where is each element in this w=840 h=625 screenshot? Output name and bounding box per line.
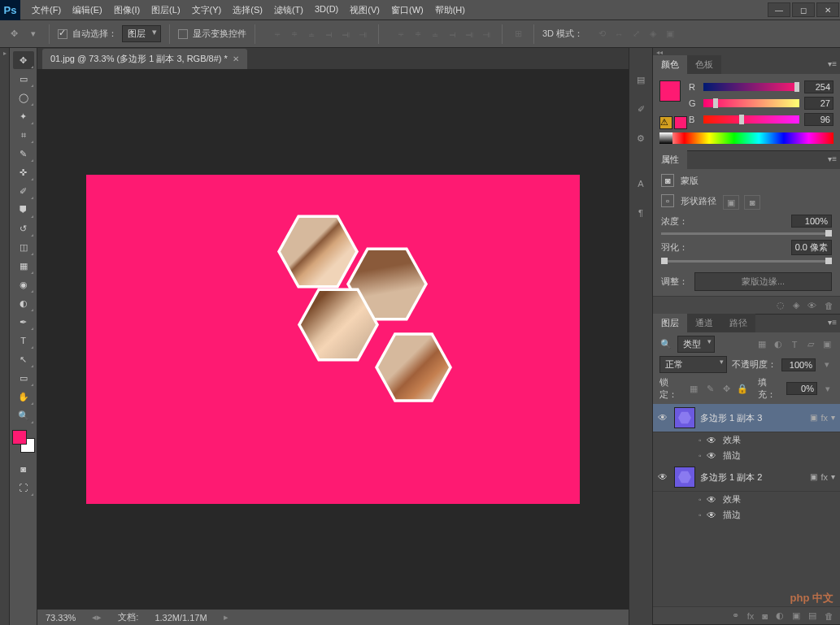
align-left-icon[interactable]: ⫤ bbox=[321, 27, 336, 41]
group-icon[interactable]: ▣ bbox=[792, 610, 800, 621]
mask-btn-2[interactable]: ◙ bbox=[744, 195, 760, 210]
orbit-icon[interactable]: ⟲ bbox=[594, 27, 609, 41]
camera-icon[interactable]: ▣ bbox=[663, 27, 677, 41]
link-layers-icon[interactable]: ⚭ bbox=[732, 610, 739, 621]
align-top-icon[interactable]: ⫧ bbox=[270, 27, 285, 41]
histogram-icon[interactable]: ▤ bbox=[632, 71, 650, 89]
panel-menu-icon[interactable]: ▾≡ bbox=[828, 59, 837, 68]
auto-select-checkbox[interactable] bbox=[58, 29, 67, 39]
g-slider[interactable] bbox=[703, 99, 799, 107]
zoom-level[interactable]: 73.33% bbox=[46, 613, 76, 623]
layer-item[interactable]: 👁 多边形 1 副本 2 ▣ fx ▾ bbox=[653, 463, 840, 492]
r-slider[interactable] bbox=[703, 83, 799, 91]
menu-file[interactable]: 文件(F) bbox=[27, 1, 66, 20]
blend-mode-select[interactable]: 正常 bbox=[659, 356, 727, 373]
pen-tool[interactable]: ✒ bbox=[13, 313, 34, 331]
dropdown-icon[interactable]: ▾ bbox=[822, 382, 833, 395]
slide-icon[interactable]: ◈ bbox=[646, 27, 660, 41]
dist-right-icon[interactable]: ⫣ bbox=[479, 27, 494, 41]
lock-pixels-icon[interactable]: ✎ bbox=[704, 382, 716, 395]
mask-edge-button[interactable]: 蒙版边缘... bbox=[694, 272, 832, 291]
visibility-icon[interactable]: 👁 bbox=[658, 471, 669, 483]
filter-pixel-icon[interactable]: ▦ bbox=[755, 338, 768, 351]
layer-item[interactable]: 👁 多边形 1 副本 3 ▣ fx ▾ bbox=[653, 404, 840, 432]
dropdown-icon[interactable]: ▾ bbox=[26, 27, 41, 41]
canvas[interactable] bbox=[86, 175, 580, 504]
maximize-button[interactable]: ◻ bbox=[792, 2, 815, 17]
stamp-tool[interactable]: ⛊ bbox=[13, 201, 34, 219]
menu-window[interactable]: 窗口(W) bbox=[386, 1, 429, 20]
dist-top-icon[interactable]: ⫧ bbox=[394, 27, 408, 41]
panel-menu-icon[interactable]: ▾≡ bbox=[828, 154, 837, 163]
align-right-icon[interactable]: ⫣ bbox=[355, 27, 370, 41]
trash-icon[interactable]: 🗑 bbox=[825, 611, 833, 621]
layer-thumbnail[interactable] bbox=[674, 407, 695, 428]
menu-select[interactable]: 选择(S) bbox=[228, 1, 268, 20]
dodge-tool[interactable]: ◐ bbox=[13, 294, 34, 312]
tab-layers[interactable]: 图层 bbox=[653, 314, 687, 332]
menu-help[interactable]: 帮助(H) bbox=[430, 1, 470, 20]
close-button[interactable]: ✕ bbox=[816, 2, 839, 17]
b-value[interactable]: 96 bbox=[804, 113, 833, 126]
tab-swatches[interactable]: 色板 bbox=[687, 55, 721, 74]
layer-name[interactable]: 多边形 1 副本 3 bbox=[700, 412, 805, 424]
dist-left-icon[interactable]: ⫤ bbox=[445, 27, 459, 41]
heal-tool[interactable]: ✜ bbox=[13, 163, 34, 181]
show-transform-checkbox[interactable] bbox=[178, 29, 188, 39]
align-vcenter-icon[interactable]: ⫩ bbox=[287, 27, 302, 41]
visibility-icon[interactable]: 👁 bbox=[658, 412, 669, 423]
minimize-button[interactable]: — bbox=[768, 2, 790, 17]
visibility-icon[interactable]: 👁 bbox=[707, 435, 718, 446]
footer-trash-icon[interactable]: 🗑 bbox=[825, 301, 833, 310]
visibility-icon[interactable]: 👁 bbox=[707, 450, 718, 462]
density-slider[interactable] bbox=[661, 232, 832, 235]
adjustment-icon[interactable]: ◐ bbox=[776, 610, 784, 621]
b-slider[interactable] bbox=[703, 115, 799, 124]
g-value[interactable]: 27 bbox=[804, 97, 833, 110]
dist-bottom-icon[interactable]: ⫨ bbox=[428, 27, 442, 41]
fg-color-swatch[interactable] bbox=[12, 430, 27, 445]
pan-icon[interactable]: ↔ bbox=[612, 27, 626, 41]
auto-select-target[interactable]: 图层 bbox=[122, 25, 161, 42]
menu-layer[interactable]: 图层(L) bbox=[146, 1, 185, 20]
hue-strip[interactable] bbox=[659, 132, 833, 144]
filter-smart-icon[interactable]: ▣ bbox=[820, 338, 833, 351]
paragraph-icon[interactable]: ¶ bbox=[632, 204, 650, 222]
crop-tool[interactable]: ⌗ bbox=[13, 126, 34, 144]
filter-adjust-icon[interactable]: ◐ bbox=[772, 338, 785, 351]
layer-effects-row[interactable]: 👁 效果 bbox=[653, 492, 840, 507]
feather-slider[interactable] bbox=[661, 260, 832, 263]
feather-value[interactable]: 0.0 像素 bbox=[791, 240, 832, 255]
layer-stroke-row[interactable]: 👁 描边 bbox=[653, 448, 840, 463]
r-value[interactable]: 254 bbox=[804, 80, 833, 93]
history-brush-tool[interactable]: ↺ bbox=[13, 219, 34, 237]
new-layer-icon[interactable]: ▤ bbox=[808, 610, 816, 621]
move-tool[interactable]: ✥ bbox=[13, 51, 34, 69]
menu-edit[interactable]: 编辑(E) bbox=[67, 1, 107, 20]
visibility-icon[interactable]: 👁 bbox=[707, 510, 718, 521]
tab-properties[interactable]: 属性 bbox=[653, 150, 687, 169]
layer-fx-badge[interactable]: ▣ fx ▾ bbox=[810, 413, 835, 423]
brush-panel-icon[interactable]: ✐ bbox=[632, 100, 650, 118]
color-swatches[interactable] bbox=[12, 430, 35, 453]
fx-icon[interactable]: fx bbox=[747, 611, 755, 621]
footer-icon[interactable]: ◈ bbox=[793, 300, 799, 310]
fill-input[interactable]: 0% bbox=[786, 382, 817, 395]
opacity-input[interactable]: 100% bbox=[781, 358, 816, 371]
visibility-icon[interactable]: 👁 bbox=[707, 494, 718, 506]
menu-3d[interactable]: 3D(D) bbox=[310, 1, 343, 20]
menu-view[interactable]: 视图(V) bbox=[345, 1, 385, 20]
filter-shape-icon[interactable]: ▱ bbox=[804, 338, 817, 351]
quickmask-tool[interactable]: ◙ bbox=[13, 460, 34, 478]
layer-name[interactable]: 多边形 1 副本 2 bbox=[700, 471, 805, 484]
menu-image[interactable]: 图像(I) bbox=[109, 1, 145, 20]
document-tab[interactable]: 01.jpg @ 73.3% (多边形 1 副本 3, RGB/8#) * ✕ bbox=[42, 49, 247, 69]
brush-presets-icon[interactable]: ⚙ bbox=[632, 129, 650, 147]
menu-type[interactable]: 文字(Y) bbox=[187, 1, 227, 20]
mask-btn-1[interactable]: ▣ bbox=[723, 195, 739, 210]
lock-transparency-icon[interactable]: ▦ bbox=[688, 382, 699, 395]
layer-effects-row[interactable]: 👁 效果 bbox=[653, 432, 840, 448]
footer-icon[interactable]: ◌ bbox=[777, 300, 785, 310]
mask-icon[interactable]: ◙ bbox=[762, 611, 768, 621]
density-value[interactable]: 100% bbox=[791, 215, 832, 228]
